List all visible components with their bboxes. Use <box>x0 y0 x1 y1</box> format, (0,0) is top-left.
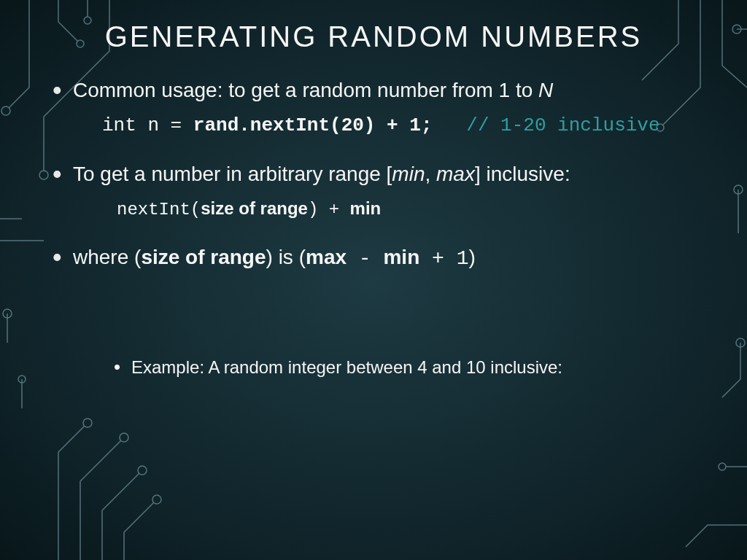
code-plus: ) + <box>308 200 350 219</box>
bullet-list: Common usage: to get a random number fro… <box>73 75 703 381</box>
bullet-formula: where (size of range) is (max - min + 1)… <box>73 242 703 381</box>
slide-title: GENERATING RANDOM NUMBERS <box>44 20 703 53</box>
var-n: N <box>538 79 553 101</box>
code-comment: // 1-20 inclusive <box>432 114 659 136</box>
text: where ( <box>73 246 141 268</box>
code-fn: nextInt( <box>117 200 201 219</box>
bullet-arbitrary-range: To get a number in arbitrary range [min,… <box>73 159 703 223</box>
op-plus-one: + 1 <box>419 247 468 270</box>
text: ) is ( <box>266 246 306 268</box>
var-min: min <box>350 198 382 218</box>
var-min: min <box>392 163 425 185</box>
var-min: min <box>383 246 419 268</box>
bullet-common-usage: Common usage: to get a random number fro… <box>73 75 703 140</box>
text: ) <box>468 246 475 268</box>
code-block-2: nextInt(size of range) + min <box>117 195 703 223</box>
slide: GENERATING RANDOM NUMBERS Common usage: … <box>0 0 747 560</box>
var-size: size of range <box>141 246 266 268</box>
code-bold: rand.nextInt(20) + 1; <box>193 114 433 136</box>
var-size: size of range <box>201 198 308 218</box>
var-max: max <box>436 163 475 185</box>
sub-bullet-list: Example: A random integer between 4 and … <box>131 354 703 381</box>
text: ] inclusive: <box>475 163 570 185</box>
text: To get a number in arbitrary range [ <box>73 163 392 185</box>
code-plain: int n = <box>102 114 193 136</box>
code-block-1: int n = rand.nextInt(20) + 1; // 1-20 in… <box>102 112 703 140</box>
text: , <box>425 163 436 185</box>
var-max: max <box>306 246 347 268</box>
op-minus: - <box>347 247 383 270</box>
bullet-example: Example: A random integer between 4 and … <box>131 354 703 381</box>
text: Common usage: to get a random number fro… <box>73 79 538 101</box>
